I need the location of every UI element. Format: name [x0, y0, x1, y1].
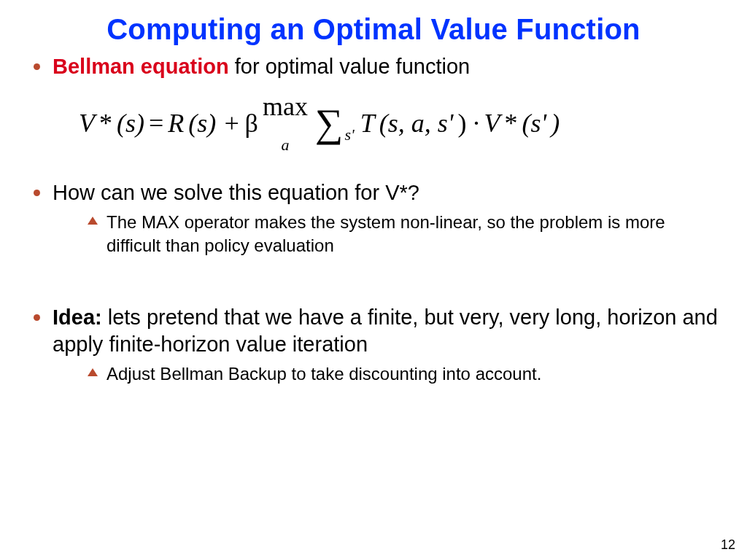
slide-title: Computing an Optimal Value Function — [26, 13, 721, 46]
bellman-emph: Bellman equation — [53, 55, 229, 78]
sublist-idea: Adjust Bellman Backup to take discountin… — [53, 362, 721, 386]
spacer — [26, 271, 721, 304]
eq-sigma-sub: s' — [344, 125, 354, 144]
eq-t3: ) · — [457, 108, 479, 139]
sublist-solve: The MAX operator makes the system non-li… — [53, 211, 721, 257]
bellman-equation-formula: V * (s) = R (s) + β max a ∑ s' T (s, a, … — [79, 93, 721, 153]
bellman-rest: for optimal value function — [229, 55, 470, 78]
eq-t2: (s, a, s' — [379, 108, 454, 139]
eq-sigma: ∑ s' — [315, 104, 355, 143]
eq-v2c: ) — [551, 108, 560, 139]
eq-star1: * — [99, 108, 112, 139]
page-number: 12 — [721, 537, 735, 553]
slide: Computing an Optimal Value Function Bell… — [0, 0, 747, 560]
eq-equals: = — [149, 108, 163, 139]
eq-v2: V — [484, 108, 500, 139]
eq-lhs-b: (s) — [117, 108, 144, 139]
bullet-bellman-equation: Bellman equation for optimal value funct… — [26, 53, 721, 80]
bullet-solve-text: How can we solve this equation for V*? — [53, 181, 419, 204]
sub-nonlinear: The MAX operator makes the system non-li… — [53, 211, 721, 257]
eq-max-word: max — [263, 93, 308, 120]
eq-star2: * — [504, 108, 517, 139]
sub-nonlinear-text: The MAX operator makes the system non-li… — [107, 212, 665, 255]
sigma-icon: ∑ — [315, 104, 344, 143]
eq-r: R — [168, 108, 184, 139]
eq-v: V — [79, 108, 95, 139]
bullet-idea: Idea: lets pretend that we have a finite… — [26, 304, 721, 386]
eq-max: max a — [263, 93, 308, 153]
bullet-solve: How can we solve this equation for V*? T… — [26, 179, 721, 257]
idea-rest: lets pretend that we have a finite, but … — [53, 306, 718, 356]
bullet-list: Bellman equation for optimal value funct… — [26, 53, 721, 80]
eq-beta: β — [245, 108, 258, 139]
sub-adjust-backup: Adjust Bellman Backup to take discountin… — [53, 362, 721, 386]
bullet-list-2: How can we solve this equation for V*? T… — [26, 179, 721, 257]
eq-t: T — [360, 108, 375, 139]
eq-r2: (s) + — [188, 108, 240, 139]
sub-adjust-backup-text: Adjust Bellman Backup to take discountin… — [107, 364, 541, 384]
eq-v2b: (s' — [522, 108, 546, 139]
eq-max-sub: a — [281, 137, 289, 153]
bullet-list-3: Idea: lets pretend that we have a finite… — [26, 304, 721, 386]
idea-emph: Idea: — [53, 306, 102, 329]
